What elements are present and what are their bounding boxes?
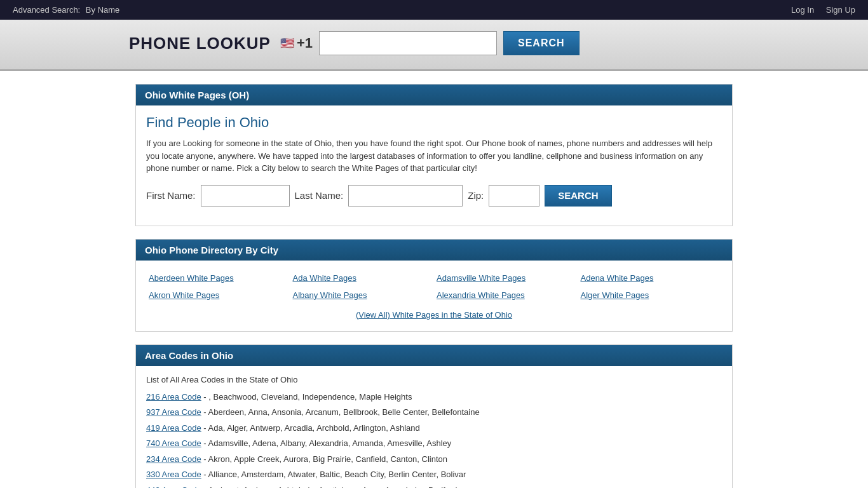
area-codes-section: Area Codes in Ohio List of All Area Code…	[135, 344, 733, 489]
directory-header-text: Ohio Phone Directory By City	[145, 245, 278, 255]
phone-flag-code: 🇺🇸 +1	[280, 35, 313, 51]
directory-section: Ohio Phone Directory By City Aberdeen Wh…	[135, 239, 733, 332]
area-code-cities: - Alliance, Amsterdam, Atwater, Baltic, …	[201, 470, 466, 479]
area-codes-list: 216 Area Code - , Beachwood, Cleveland, …	[146, 391, 722, 489]
area-code-cities: - Adamsville, Adena, Albany, Alexandria,…	[201, 438, 452, 448]
area-code-link[interactable]: 740 Area Code	[146, 438, 201, 448]
name-search-button[interactable]: SEARCH	[545, 185, 611, 207]
country-code: +1	[297, 35, 313, 51]
city-link[interactable]: Aberdeen White Pages	[149, 273, 234, 283]
area-code-row: 937 Area Code - Aberdeen, Anna, Ansonia,…	[146, 406, 722, 419]
zip-input[interactable]	[489, 185, 539, 207]
area-code-link[interactable]: 937 Area Code	[146, 407, 201, 417]
phone-input[interactable]	[319, 31, 497, 55]
city-link[interactable]: Adena White Pages	[581, 273, 654, 283]
city-links-grid: Aberdeen White PagesAda White PagesAdams…	[146, 269, 722, 304]
log-in-link[interactable]: Log In	[791, 5, 814, 15]
advanced-search-area: Advanced Search: By Name	[13, 5, 119, 15]
phone-search-button[interactable]: SEARCH	[503, 31, 580, 55]
city-link[interactable]: Alexandria White Pages	[437, 290, 525, 300]
area-code-row: 216 Area Code - , Beachwood, Cleveland, …	[146, 391, 722, 403]
wp-description: If you are Looking for someone in the st…	[146, 137, 722, 175]
first-name-input[interactable]	[201, 185, 290, 207]
view-all-white-pages-link[interactable]: (View All) White Pages in the State of O…	[356, 310, 512, 320]
top-bar: Advanced Search: By Name Log In Sign Up	[0, 0, 868, 20]
phone-lookup-title: PHONE LOOKUP	[129, 34, 271, 53]
view-all-link-container: (View All) White Pages in the State of O…	[146, 304, 722, 322]
last-name-label: Last Name:	[295, 190, 344, 201]
area-code-link[interactable]: 419 Area Code	[146, 423, 201, 433]
white-pages-header: Ohio White Pages (OH)	[136, 85, 732, 105]
area-codes-header-text: Area Codes in Ohio	[145, 350, 233, 361]
area-code-cities: - , Beachwood, Cleveland, Independence, …	[201, 392, 412, 402]
city-link-cell: Adamsville White Pages	[434, 269, 578, 287]
area-code-link[interactable]: 234 Area Code	[146, 454, 201, 464]
city-link-cell: Adena White Pages	[578, 269, 722, 287]
city-link-cell: Aberdeen White Pages	[146, 269, 290, 287]
us-flag-icon: 🇺🇸	[280, 36, 294, 50]
find-people-heading: Find People in Ohio	[146, 114, 722, 131]
last-name-input[interactable]	[348, 185, 463, 207]
directory-body: Aberdeen White PagesAda White PagesAdams…	[136, 261, 732, 331]
city-link[interactable]: Albany White Pages	[293, 290, 367, 300]
directory-header: Ohio Phone Directory By City	[136, 240, 732, 261]
white-pages-section: Ohio White Pages (OH) Find People in Ohi…	[135, 84, 733, 226]
by-name-link[interactable]: By Name	[86, 5, 119, 15]
city-link-cell: Ada White Pages	[290, 269, 435, 287]
city-link[interactable]: Akron White Pages	[149, 290, 219, 300]
zip-label: Zip:	[468, 190, 484, 201]
first-name-label: First Name:	[146, 190, 196, 201]
city-link[interactable]: Alger White Pages	[581, 290, 649, 300]
area-codes-header: Area Codes in Ohio	[136, 345, 732, 366]
advanced-search-label: Advanced Search:	[13, 5, 80, 15]
name-search-form: First Name: Last Name: Zip: SEARCH	[146, 185, 722, 207]
area-codes-body: List of All Area Codes in the State of O…	[136, 366, 732, 489]
city-link-cell: Alger White Pages	[578, 287, 722, 304]
area-code-cities: - Ada, Alger, Antwerp, Arcadia, Archbold…	[201, 423, 420, 433]
sign-up-link[interactable]: Sign Up	[826, 5, 855, 15]
area-code-link[interactable]: 216 Area Code	[146, 392, 201, 402]
area-code-row: 419 Area Code - Ada, Alger, Antwerp, Arc…	[146, 422, 722, 435]
area-code-row: 740 Area Code - Adamsville, Adena, Alban…	[146, 437, 722, 450]
city-link-cell: Albany White Pages	[290, 287, 435, 304]
area-code-cities: - Amherst, Andover, Ashtabula, Austinbur…	[201, 485, 458, 489]
area-code-link[interactable]: 440 Area Code	[146, 485, 201, 489]
city-link[interactable]: Ada White Pages	[293, 273, 356, 283]
auth-links: Log In Sign Up	[782, 5, 855, 15]
area-code-row: 234 Area Code - Akron, Apple Creek, Auro…	[146, 453, 722, 466]
city-link-cell: Akron White Pages	[146, 287, 290, 304]
main-content: Ohio White Pages (OH) Find People in Ohi…	[129, 84, 739, 488]
white-pages-body: Find People in Ohio If you are Looking f…	[136, 105, 732, 226]
city-link-cell: Alexandria White Pages	[434, 287, 578, 304]
area-code-row: 330 Area Code - Alliance, Amsterdam, Atw…	[146, 468, 722, 481]
area-code-row: 440 Area Code - Amherst, Andover, Ashtab…	[146, 484, 722, 489]
area-codes-list-title: List of All Area Codes in the State of O…	[146, 375, 722, 384]
area-code-cities: - Akron, Apple Creek, Aurora, Big Prairi…	[201, 454, 447, 464]
phone-lookup-section: PHONE LOOKUP 🇺🇸 +1 SEARCH	[0, 20, 868, 71]
city-link[interactable]: Adamsville White Pages	[437, 273, 526, 283]
area-code-cities: - Aberdeen, Anna, Ansonia, Arcanum, Bell…	[201, 407, 480, 417]
area-code-link[interactable]: 330 Area Code	[146, 470, 201, 479]
white-pages-header-text: Ohio White Pages (OH)	[145, 90, 249, 100]
